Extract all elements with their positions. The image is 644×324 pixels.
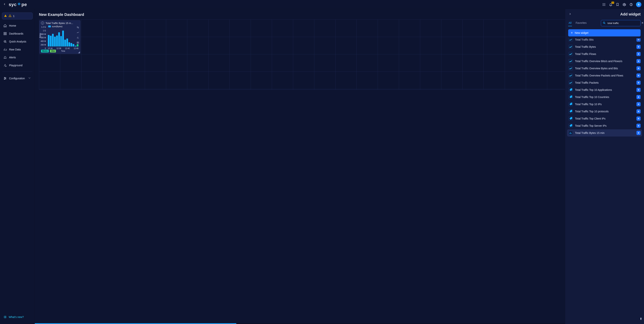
- sidebar-item-home[interactable]: Home: [2, 22, 33, 29]
- bookmark-icon[interactable]: [616, 3, 620, 6]
- bar: [52, 34, 54, 47]
- sidebar-item-configuration[interactable]: Configuration: [2, 74, 33, 82]
- collapse-panel-icon[interactable]: [568, 12, 572, 17]
- sidebar-item-quick-analysis[interactable]: Quick Analysis: [2, 38, 33, 45]
- bar-chart-icon[interactable]: [76, 36, 79, 39]
- sidebar-item-label: Raw Data: [9, 48, 20, 51]
- svg-point-8: [605, 5, 605, 6]
- svg-point-32: [5, 317, 6, 318]
- svg-point-1: [604, 3, 604, 4]
- add-widget-button[interactable]: [636, 59, 640, 63]
- info-icon[interactable]: i: [41, 21, 44, 24]
- add-widget-button[interactable]: [636, 131, 640, 135]
- list-item[interactable]: Total Traffic Bytes 15 min: [567, 129, 642, 136]
- layout-grid[interactable]: [39, 19, 565, 90]
- bar: [68, 42, 70, 47]
- new-widget-label: New widget: [575, 31, 588, 34]
- svg-point-9: [624, 4, 625, 5]
- widget-list[interactable]: Total Traffic BitsTotal Traffic BytesTot…: [565, 38, 644, 324]
- logo[interactable]: syc pe: [9, 2, 27, 7]
- add-widget-button[interactable]: [636, 66, 640, 70]
- list-item[interactable]: Total Traffic Flows: [567, 50, 642, 58]
- list-item-label: Total Traffic Overview Bytes and Bits: [575, 67, 634, 70]
- list-item[interactable]: Total Traffic Overview Bits/s and Flows/…: [567, 58, 642, 65]
- add-widget-button[interactable]: [636, 52, 640, 56]
- list-item-label: Total Traffic Top Client IPs: [575, 117, 634, 120]
- svg-rect-14: [4, 32, 5, 33]
- avatar[interactable]: A: [636, 2, 641, 7]
- add-widget-button[interactable]: [636, 95, 640, 99]
- add-widget-button[interactable]: [636, 124, 640, 128]
- bell-icon[interactable]: 3: [609, 3, 612, 6]
- list-item[interactable]: Total Traffic Overview Bytes and Bits: [567, 65, 642, 72]
- warning-solid-icon: [4, 14, 7, 18]
- bar: [66, 38, 68, 46]
- whats-new[interactable]: What's new?: [2, 314, 33, 322]
- new-widget-button[interactable]: + New widget: [568, 29, 640, 36]
- list-item[interactable]: Total Traffic Top 10 Countries: [567, 93, 642, 101]
- sidebar-item-alerts[interactable]: Alerts: [2, 54, 33, 61]
- sidebar-item-label: Configuration: [9, 77, 25, 80]
- widget-type-pie-icon: [568, 124, 573, 128]
- widget-type-line-icon: [568, 38, 573, 42]
- widget-type-line-icon: [568, 45, 573, 49]
- sidebar-item-dashboards[interactable]: Dashboards: [2, 30, 33, 37]
- list-item[interactable]: Total Traffic Top Client IPs: [567, 115, 642, 122]
- page-title: New Example Dashboard: [39, 12, 561, 17]
- sidebar-item-label: Dashboards: [9, 32, 24, 35]
- back-button[interactable]: [2, 2, 7, 7]
- add-widget-button[interactable]: [636, 88, 640, 92]
- list-item[interactable]: Total Traffic Bytes: [567, 43, 642, 50]
- sidebar-item-label: Playground: [9, 64, 22, 67]
- list-item-label: Total Traffic Top 10 protocols: [575, 110, 634, 113]
- list-item-label: Total Traffic Overview Packets and Flows: [575, 74, 634, 77]
- widget-type-line-icon: [568, 73, 573, 78]
- list-item[interactable]: Total Traffic Overview Packets and Flows: [567, 72, 642, 79]
- chevron-down-icon: [28, 76, 31, 80]
- list-item[interactable]: Total Traffic Packets: [567, 79, 642, 86]
- apps-grid-icon[interactable]: [602, 3, 606, 6]
- add-widget-button[interactable]: [636, 81, 640, 85]
- svg-point-2: [605, 3, 605, 4]
- list-item[interactable]: Total Traffic Top 10 protocols: [567, 108, 642, 115]
- svg-line-19: [6, 42, 6, 43]
- whats-new-label: What's new?: [9, 316, 24, 319]
- svg-point-5: [605, 4, 605, 5]
- tab-all[interactable]: All: [568, 20, 572, 26]
- warning-pill[interactable]: 1: [2, 12, 33, 19]
- table-icon[interactable]: [76, 41, 79, 44]
- list-item[interactable]: Total Traffic Top Server IPs: [567, 122, 642, 129]
- line-chart-icon[interactable]: [76, 31, 79, 34]
- canvas: New Example Dashboard i Total Traffic By…: [35, 9, 565, 324]
- svg-rect-70: [570, 132, 571, 134]
- widget-type-pie-icon: [568, 109, 573, 113]
- help-icon[interactable]: [629, 3, 633, 6]
- list-item-label: Total Traffic Bits: [575, 38, 634, 41]
- widget-type-line-icon: [568, 59, 573, 63]
- list-item-label: Total Traffic Overview Bits/s and Flows/…: [575, 60, 634, 63]
- add-widget-button[interactable]: [636, 45, 640, 49]
- clear-search-icon[interactable]: [641, 21, 644, 25]
- add-widget-button[interactable]: [636, 102, 640, 106]
- list-item-label: Total Traffic Bytes 15 min: [575, 131, 634, 134]
- resize-handle[interactable]: [78, 51, 80, 53]
- list-item[interactable]: Total Traffic Bits: [567, 38, 642, 43]
- add-widget-button[interactable]: [636, 109, 640, 113]
- gear-icon[interactable]: [622, 3, 626, 6]
- add-widget-button[interactable]: [636, 116, 640, 121]
- crop-icon[interactable]: [76, 26, 79, 29]
- add-widget-button[interactable]: [636, 73, 640, 78]
- list-item[interactable]: Total Traffic Top 10 IPs: [567, 101, 642, 108]
- svg-point-4: [604, 4, 604, 5]
- search-box[interactable]: [601, 20, 640, 26]
- widget-total-traffic-bytes-15min[interactable]: i Total Traffic Bytes 15 m... Bytes 1.2 …: [39, 20, 80, 54]
- divider: [2, 71, 32, 72]
- sidebar-item-playground[interactable]: Playground: [2, 62, 33, 69]
- tab-favorites[interactable]: Favorites: [576, 20, 587, 26]
- search-input[interactable]: [607, 21, 640, 25]
- list-item[interactable]: Total Traffic Top 10 Applications: [567, 86, 642, 93]
- add-widget-button[interactable]: [636, 38, 640, 42]
- list-item-label: Total Traffic Packets: [575, 81, 634, 84]
- sidebar-item-raw-data[interactable]: Raw Data: [2, 46, 33, 53]
- legend-swatch-icon: [48, 25, 51, 27]
